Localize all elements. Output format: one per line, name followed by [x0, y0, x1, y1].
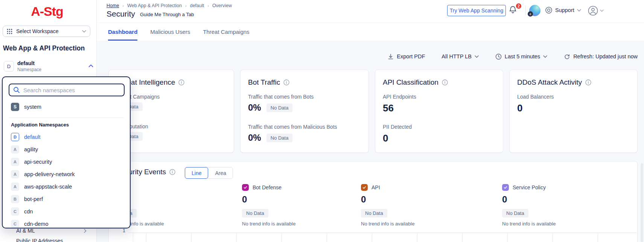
chevron-right-icon: [84, 229, 87, 233]
metric-value: 56: [383, 102, 394, 114]
select-workspace-button[interactable]: Select Workspace: [3, 26, 90, 37]
select-workspace-label: Select Workspace: [16, 28, 59, 34]
lb-filter-dropdown[interactable]: All HTTP LB: [442, 53, 479, 59]
namespace-initial-badge: D: [11, 133, 19, 141]
namespace-initial-badge: A: [11, 183, 19, 191]
namespace-initial-badge: A: [11, 170, 19, 178]
toggle-area-button[interactable]: Area: [207, 167, 233, 179]
namespace-initial-badge: B: [11, 195, 19, 203]
breadcrumb-home[interactable]: Home: [107, 3, 119, 8]
namespace-option-aws-appstack-scale[interactable]: A aws-appstack-scale: [3, 180, 130, 193]
namespace-option-label: api-security: [24, 159, 52, 165]
namespace-option-agility[interactable]: A agility: [3, 143, 130, 155]
time-range-dropdown[interactable]: Last 5 minutes: [495, 53, 547, 60]
tab-threat-campaigns[interactable]: Threat Campaigns: [203, 29, 249, 41]
chevron-down-icon: [577, 9, 581, 12]
apps-grid-icon: [7, 29, 12, 34]
no-data-badge: No Data: [502, 209, 528, 218]
namespace-option-label: default: [24, 134, 41, 140]
namespace-search[interactable]: [9, 84, 125, 96]
info-icon[interactable]: [442, 79, 448, 85]
namespace-selector[interactable]: default: [17, 60, 35, 66]
refresh-icon: [564, 53, 570, 60]
namespace-initial-badge: C: [11, 220, 19, 228]
no-data-badge: No Data: [266, 103, 293, 112]
refresh-button[interactable]: Refresh: Updated just now: [564, 53, 638, 60]
export-pdf-button[interactable]: Export PDF: [388, 53, 425, 60]
info-icon[interactable]: [178, 79, 184, 85]
sidebar-item-ai-ml[interactable]: AI & ML: [16, 228, 91, 234]
dropdown-divider: [9, 117, 124, 118]
tenant-avatar-badge: 8: [528, 11, 533, 17]
legend-name: API: [371, 184, 380, 190]
tab-dashboard[interactable]: Dashboard: [108, 29, 137, 41]
breadcrumb-separator: ›: [185, 3, 187, 8]
namespace-selector-sublabel: Namespace: [17, 67, 41, 72]
namespace-option-default[interactable]: D default: [3, 131, 130, 143]
chevron-up-icon[interactable]: [88, 64, 93, 67]
legend-name: Service Policy: [513, 184, 546, 190]
time-range-label: Last 5 minutes: [505, 53, 540, 59]
namespace-initial-badge: S: [11, 103, 19, 111]
lb-filter-label: All HTTP LB: [442, 53, 472, 59]
metric-value: 0%: [248, 132, 261, 143]
sidebar-item-public-ip-addresses[interactable]: Public IP Addresses: [16, 238, 91, 242]
export-pdf-label: Export PDF: [397, 53, 425, 59]
sidebar-item-label: Public IP Addresses: [16, 238, 63, 242]
support-label: Support: [555, 7, 574, 13]
breadcrumb-item: Overview: [212, 3, 232, 8]
metric-value: 0%: [248, 102, 261, 113]
metric-label: Traffic that comes from Bots: [248, 94, 361, 100]
breadcrumb-separator: ›: [122, 3, 124, 8]
account-menu[interactable]: [588, 6, 604, 16]
support-menu[interactable]: Support: [545, 6, 581, 14]
metric-label: Load Balancers: [517, 94, 630, 100]
download-icon: [388, 53, 394, 60]
namespace-option-system[interactable]: S system: [3, 100, 130, 113]
namespace-initial-badge: A: [11, 145, 19, 154]
ddos-attack-activity-card: DDoS Attack Activity Load Balancers 0: [509, 70, 638, 153]
namespace-option-bot-perf[interactable]: B bot-perf: [3, 193, 130, 205]
chart-view-toggle: Line Area: [185, 167, 233, 179]
legend-checkbox[interactable]: [242, 184, 249, 191]
metric-value: 0: [517, 102, 522, 114]
bot-traffic-card: Bot Traffic Traffic that comes from Bots…: [240, 70, 369, 153]
namespace-search-input[interactable]: [23, 87, 120, 93]
guide-me-link[interactable]: Guide Me Through a Tab: [140, 12, 194, 17]
notification-count-badge: 2: [515, 3, 522, 9]
tab-bar: Dashboard Malicious Users Threat Campaig…: [97, 23, 644, 41]
namespace-option-cdn-demo[interactable]: C cdn-demo: [3, 218, 130, 228]
namespace-dropdown: S system Application Namespaces D defaul…: [2, 76, 131, 228]
legend-checkbox[interactable]: [502, 184, 509, 191]
support-icon: [545, 6, 553, 14]
namespace-option-cdn[interactable]: C cdn: [3, 205, 130, 218]
toggle-line-button[interactable]: Line: [185, 167, 208, 179]
scrollbar[interactable]: [641, 163, 643, 242]
namespace-option-label: cdn-demo: [24, 221, 48, 227]
namespace-option-app-delivery-network[interactable]: A app-delivery-network: [3, 168, 130, 180]
try-web-app-scanning-button[interactable]: Try Web App Scanning: [447, 5, 506, 16]
metric-label: Traffic that comes from Malicious Bots: [248, 124, 361, 130]
y-axis-tick: 1: [116, 228, 125, 233]
legend-checkbox[interactable]: [361, 184, 368, 191]
breadcrumb-item: default: [190, 3, 204, 8]
namespace-option-api-security[interactable]: A api-security: [3, 155, 130, 168]
legend-value: 0: [242, 194, 355, 205]
page-title: Security: [107, 9, 135, 18]
tab-malicious-users[interactable]: Malicious Users: [150, 29, 190, 41]
legend-name: Bot Defense: [253, 184, 282, 190]
breadcrumb: Home › Web App & API Protection › defaul…: [107, 3, 232, 8]
metric-label: Threat Campaigns: [116, 94, 226, 100]
namespace-initial-badge: A: [11, 158, 19, 166]
refresh-status-label: Refresh: Updated just now: [573, 53, 638, 59]
info-icon[interactable]: [169, 169, 175, 175]
chart-gridlines: [146, 233, 636, 242]
info-icon[interactable]: [283, 79, 289, 85]
legend-note: No trend info is available: [361, 221, 474, 227]
legend-note: No trend info is available: [242, 221, 355, 227]
chevron-down-icon: [600, 9, 604, 12]
info-icon[interactable]: [585, 79, 591, 85]
clock-icon: [495, 53, 502, 60]
no-data-badge: No Data: [361, 209, 387, 218]
application-namespaces-header: Application Namespaces: [11, 122, 69, 128]
